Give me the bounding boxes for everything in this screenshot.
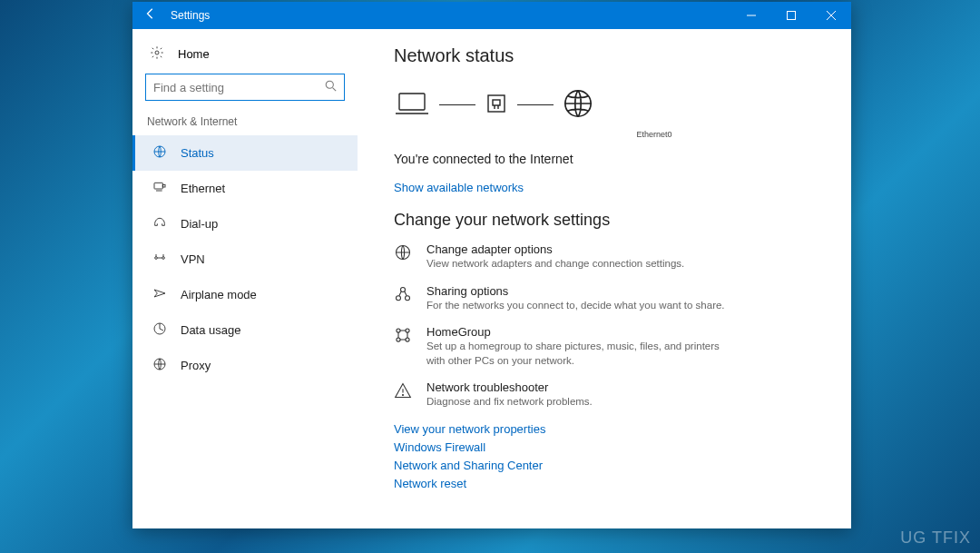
windows-firewall-link[interactable]: Windows Firewall — [394, 440, 485, 454]
setting-adapter-options[interactable]: Change adapter options View network adap… — [394, 242, 829, 272]
connection-name: Ethernet0 — [479, 130, 829, 139]
search-icon — [318, 80, 344, 94]
network-reset-link[interactable]: Network reset — [394, 477, 466, 490]
sidebar-item-status[interactable]: Status — [132, 135, 358, 171]
network-properties-link[interactable]: View your network properties — [394, 422, 545, 436]
proxy-icon — [152, 357, 168, 374]
svg-rect-15 — [488, 95, 505, 112]
search-input-wrapper[interactable] — [145, 74, 345, 101]
setting-troubleshooter[interactable]: Network troubleshooter Diagnose and fix … — [394, 380, 829, 410]
globe-icon — [394, 242, 414, 272]
window-title: Settings — [169, 9, 210, 22]
titlebar: Settings — [132, 2, 851, 29]
dialup-icon — [152, 215, 168, 232]
vpn-icon — [152, 251, 168, 268]
sidebar-item-label: Proxy — [181, 359, 211, 372]
home-button[interactable]: Home — [132, 40, 358, 74]
setting-title: HomeGroup — [426, 325, 735, 339]
svg-point-26 — [397, 338, 400, 341]
svg-rect-16 — [493, 100, 500, 105]
svg-point-24 — [397, 329, 400, 332]
sidebar-item-proxy[interactable]: Proxy — [132, 348, 358, 383]
setting-title: Change adapter options — [426, 242, 684, 256]
category-label: Network & Internet — [132, 110, 358, 135]
svg-point-22 — [397, 295, 401, 300]
page-title: Network status — [394, 45, 829, 66]
svg-rect-14 — [399, 94, 425, 110]
setting-homegroup[interactable]: HomeGroup Set up a homegroup to share pi… — [394, 325, 829, 368]
svg-rect-9 — [162, 184, 165, 187]
airplane-icon — [152, 286, 168, 303]
watermark: UG TFIX — [900, 528, 971, 548]
svg-point-23 — [406, 295, 410, 300]
nav-list: Status Ethernet Dial-up — [132, 135, 358, 383]
settings-window: Settings Home — [132, 2, 851, 528]
sidebar-item-label: Data usage — [181, 323, 241, 337]
laptop-icon — [394, 90, 430, 120]
svg-rect-1 — [788, 12, 796, 20]
setting-desc: Set up a homegroup to share pictures, mu… — [426, 340, 735, 368]
sidebar-item-label: Airplane mode — [181, 288, 257, 301]
status-text: You're connected to the Internet — [394, 152, 829, 166]
svg-point-11 — [162, 257, 165, 260]
svg-line-6 — [333, 88, 337, 92]
network-sharing-center-link[interactable]: Network and Sharing Center — [394, 459, 543, 472]
minimize-button[interactable] — [731, 2, 771, 29]
setting-title: Network troubleshooter — [426, 380, 593, 394]
setting-desc: Diagnose and fix network problems. — [426, 395, 593, 410]
status-icon — [152, 144, 168, 162]
sharing-icon — [394, 284, 414, 313]
datausage-icon — [152, 321, 168, 339]
setting-desc: View network adapters and change connect… — [426, 257, 684, 272]
sidebar: Home Network & Internet Status — [132, 29, 358, 528]
svg-point-4 — [155, 51, 159, 54]
sidebar-item-label: Status — [181, 146, 214, 160]
sidebar-item-ethernet[interactable]: Ethernet — [132, 171, 358, 206]
globe-icon — [563, 88, 593, 122]
sidebar-item-vpn[interactable]: VPN — [132, 242, 358, 277]
adapter-icon — [485, 90, 508, 120]
setting-sharing-options[interactable]: Sharing options For the networks you con… — [394, 284, 829, 313]
setting-title: Sharing options — [426, 284, 725, 298]
svg-point-10 — [155, 257, 158, 260]
close-button[interactable] — [811, 2, 851, 29]
svg-point-5 — [326, 81, 333, 88]
sidebar-item-label: Dial-up — [181, 217, 218, 231]
setting-desc: For the networks you connect to, decide … — [426, 299, 725, 313]
search-input[interactable] — [146, 81, 318, 94]
sidebar-item-label: Ethernet — [181, 182, 225, 195]
sidebar-item-dialup[interactable]: Dial-up — [132, 206, 358, 242]
svg-point-27 — [406, 338, 409, 341]
svg-point-25 — [406, 329, 409, 332]
warning-icon — [394, 380, 414, 410]
home-label: Home — [178, 47, 210, 61]
sidebar-item-label: VPN — [181, 252, 205, 266]
sidebar-item-airplane[interactable]: Airplane mode — [132, 277, 358, 312]
back-button[interactable] — [132, 2, 169, 29]
network-diagram — [394, 79, 829, 130]
ethernet-icon — [152, 180, 168, 197]
svg-point-29 — [403, 395, 404, 396]
show-networks-link[interactable]: Show available networks — [394, 181, 524, 194]
maximize-button[interactable] — [771, 2, 811, 29]
section-title: Change your network settings — [394, 211, 829, 230]
homegroup-icon — [394, 325, 414, 368]
sidebar-item-datausage[interactable]: Data usage — [132, 312, 358, 348]
svg-rect-8 — [154, 183, 162, 189]
main-panel: Network status Ethernet0 You're connecte — [358, 29, 851, 528]
gear-icon — [149, 45, 165, 63]
